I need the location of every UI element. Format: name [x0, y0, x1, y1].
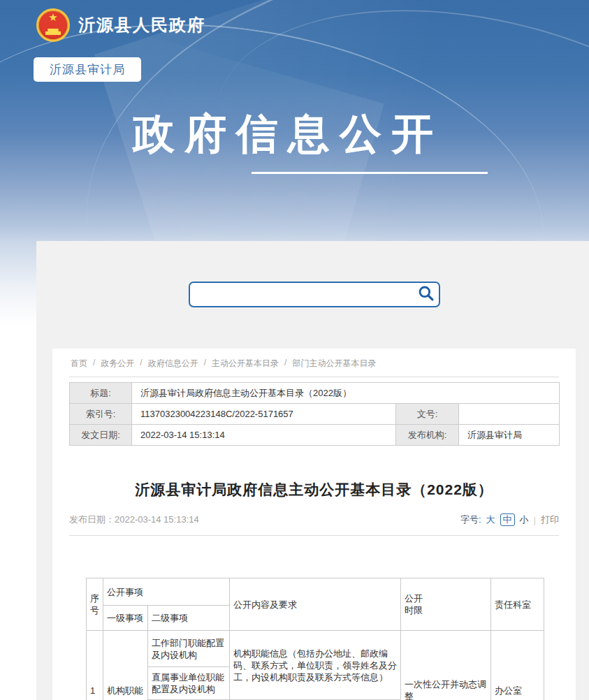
- department-tab-button[interactable]: 沂源县审计局: [34, 57, 141, 82]
- font-size-label: 字号:: [460, 513, 481, 526]
- col-header-dept: 责任科室: [491, 578, 544, 631]
- col-header-level1: 一级事项: [103, 606, 148, 631]
- publish-date: 发布日期：2022-03-14 15:13:14: [69, 513, 199, 526]
- col-header-time-limit: 公开 时限: [401, 578, 491, 631]
- cell-level2: 工作部门职能配置及内设机构: [148, 631, 230, 667]
- cell-content: 机构职能信息（包括办公地址、邮政编码、联系方式，单位职责，领导姓名及分工，内设机…: [230, 631, 401, 700]
- breadcrumb-separator: /: [204, 358, 206, 370]
- meta-org-label: 发布机构:: [396, 425, 459, 446]
- cell-dept: 办公室: [491, 631, 544, 700]
- article-divider: [69, 535, 559, 536]
- col-header-level2: 二级事项: [148, 606, 230, 631]
- meta-docno-label: 文号:: [396, 404, 459, 425]
- article-info-row: 发布日期：2022-03-14 15:13:14 字号: 大 中 小 | 打印: [69, 513, 559, 526]
- breadcrumb-bumen[interactable]: 部门主动公开基本目录: [292, 358, 376, 370]
- col-header-matters: 公开事项: [103, 578, 230, 606]
- font-size-medium-button[interactable]: 中: [500, 513, 515, 526]
- breadcrumb-separator: /: [140, 358, 142, 370]
- content-panel: 首页 / 政务公开 / 政府信息公开 / 主动公开基本目录 / 部门主动公开基本…: [36, 241, 589, 700]
- search-box: [189, 282, 440, 307]
- meta-index-label: 索引号:: [70, 404, 132, 425]
- table-row: 1 机构职能 工作部门职能配置及内设机构 机构职能信息（包括办公地址、邮政编码、…: [87, 631, 544, 667]
- meta-title-value: 沂源县审计局政府信息主动公开基本目录（2022版）: [132, 383, 560, 404]
- meta-title-label: 标题:: [70, 383, 132, 404]
- search-input[interactable]: [190, 283, 414, 306]
- site-logo-link[interactable]: ★ 沂源县人民政府: [36, 7, 205, 43]
- breadcrumb: 首页 / 政务公开 / 政府信息公开 / 主动公开基本目录 / 部门主动公开基本…: [69, 349, 559, 377]
- search-icon: [417, 284, 435, 305]
- breadcrumb-zhengwu[interactable]: 政务公开: [101, 358, 134, 370]
- national-emblem-icon: ★: [36, 8, 70, 42]
- font-size-tools: 字号: 大 中 小 | 打印: [460, 513, 559, 526]
- breadcrumb-separator: /: [93, 358, 95, 370]
- cell-seq: 1: [87, 631, 103, 700]
- article-title: 沂源县审计局政府信息主动公开基本目录（2022版）: [52, 480, 576, 500]
- cell-time-limit: 一次性公开并动态调整: [401, 631, 491, 700]
- font-size-small-button[interactable]: 小: [520, 513, 529, 526]
- catalogue-table: 序号 公开事项 公开内容及要求 公开 时限 责任科室 一级事项 二级事项 1 机…: [86, 578, 544, 700]
- tools-separator: |: [534, 515, 536, 525]
- document-meta-table: 标题: 沂源县审计局政府信息主动公开基本目录（2022版） 索引号: 11370…: [69, 382, 560, 446]
- breadcrumb-xinxigongkai[interactable]: 政府信息公开: [148, 358, 198, 370]
- breadcrumb-zhudonggongkai[interactable]: 主动公开基本目录: [212, 358, 279, 370]
- meta-index-value: 11370323004223148C/2022-5171657: [132, 404, 396, 425]
- meta-org-value: 沂源县审计局: [459, 425, 560, 446]
- page: ★ 沂源县人民政府 沂源县审计局 政府信息公开 首页: [0, 0, 589, 700]
- col-header-content: 公开内容及要求: [230, 578, 401, 631]
- col-header-seq: 序号: [87, 578, 103, 631]
- print-button[interactable]: 打印: [541, 513, 559, 526]
- font-size-large-button[interactable]: 大: [486, 513, 495, 526]
- banner-title-underline: [252, 172, 488, 174]
- meta-date-value: 2022-03-14 15:13:14: [132, 425, 396, 446]
- site-name: 沂源县人民政府: [78, 14, 205, 36]
- breadcrumb-separator: /: [284, 358, 286, 370]
- search-button[interactable]: [414, 283, 439, 306]
- cell-level2: 直属事业单位职能配置及内设机构: [148, 667, 230, 700]
- breadcrumb-home[interactable]: 首页: [71, 358, 87, 370]
- cell-level1: 机构职能: [103, 631, 148, 700]
- banner-page-title: 政府信息公开: [133, 106, 443, 163]
- meta-date-label: 发文日期:: [70, 425, 132, 446]
- meta-docno-value: [459, 404, 560, 425]
- article-card: 首页 / 政务公开 / 政府信息公开 / 主动公开基本目录 / 部门主动公开基本…: [52, 349, 576, 700]
